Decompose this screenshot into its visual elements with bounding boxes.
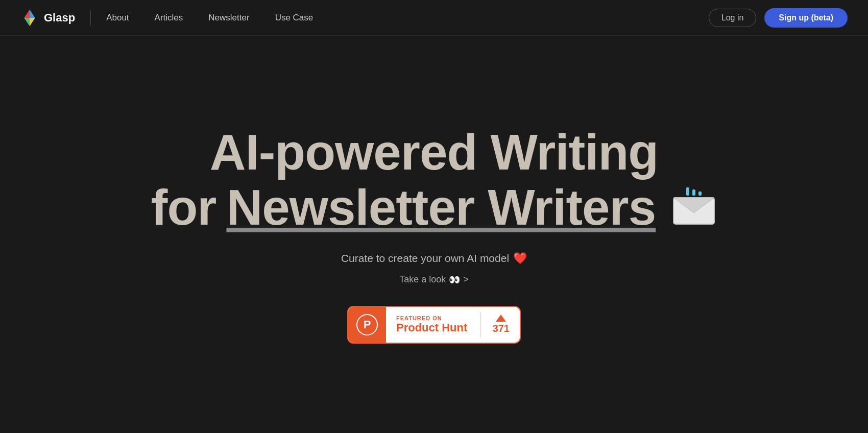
ph-divider (480, 312, 480, 338)
nav-actions: Log in Sign up (beta) (709, 8, 848, 28)
nav-newsletter[interactable]: Newsletter (208, 13, 249, 22)
nav-about[interactable]: About (106, 13, 129, 22)
ph-p-icon: P (356, 314, 378, 335)
hero-cta-arrow: > (463, 274, 469, 285)
signup-button[interactable]: Sign up (beta) (764, 8, 848, 28)
logo-text: Glasp (44, 11, 75, 25)
svg-rect-7 (686, 187, 689, 196)
eyes-emoji: 👀 (449, 274, 460, 285)
nav-articles[interactable]: Articles (155, 13, 183, 22)
svg-marker-3 (30, 18, 35, 26)
ph-logo-area: P (348, 307, 386, 343)
svg-marker-1 (24, 9, 30, 17)
hero-title-line1: AI-powered Writing (151, 125, 717, 180)
svg-rect-8 (692, 189, 695, 196)
ph-upvote-area: 371 (483, 309, 520, 340)
ph-featured-on-label: FEATURED ON (396, 315, 442, 321)
hero-section: AI-powered Writing for Newsletter Writer… (0, 36, 868, 433)
envelope-icon (671, 180, 717, 235)
svg-rect-9 (698, 191, 702, 196)
logo-link[interactable]: Glasp (20, 9, 75, 27)
ph-text-area: FEATURED ON Product Hunt (386, 310, 478, 340)
ph-name-label: Product Hunt (396, 321, 467, 334)
svg-marker-2 (30, 9, 35, 17)
hero-title-line2: for Newsletter Writers (151, 180, 717, 235)
hero-cta-text: Take a look (399, 274, 446, 285)
ph-count: 371 (493, 323, 510, 334)
hero-subtitle: Curate to create your own AI model ❤️ (341, 252, 527, 265)
login-button[interactable]: Log in (709, 9, 757, 27)
navbar: Glasp About Articles Newsletter Use Case… (0, 0, 868, 36)
hero-title-highlight: Newsletter Writers (226, 180, 656, 235)
nav-links: About Articles Newsletter Use Case (106, 13, 709, 23)
heart-emoji: ❤️ (513, 252, 527, 265)
svg-marker-4 (24, 18, 30, 26)
hero-cta-link[interactable]: Take a look 👀 > (399, 274, 469, 285)
hero-title: AI-powered Writing for Newsletter Writer… (151, 125, 717, 235)
hero-subtitle-text: Curate to create your own AI model (341, 252, 509, 264)
product-hunt-badge[interactable]: P FEATURED ON Product Hunt 371 (347, 306, 521, 344)
nav-usecase[interactable]: Use Case (275, 13, 314, 22)
logo-icon (20, 9, 39, 27)
ph-triangle-icon (496, 315, 506, 322)
hero-title-for: for (151, 180, 216, 235)
nav-divider (90, 10, 91, 26)
